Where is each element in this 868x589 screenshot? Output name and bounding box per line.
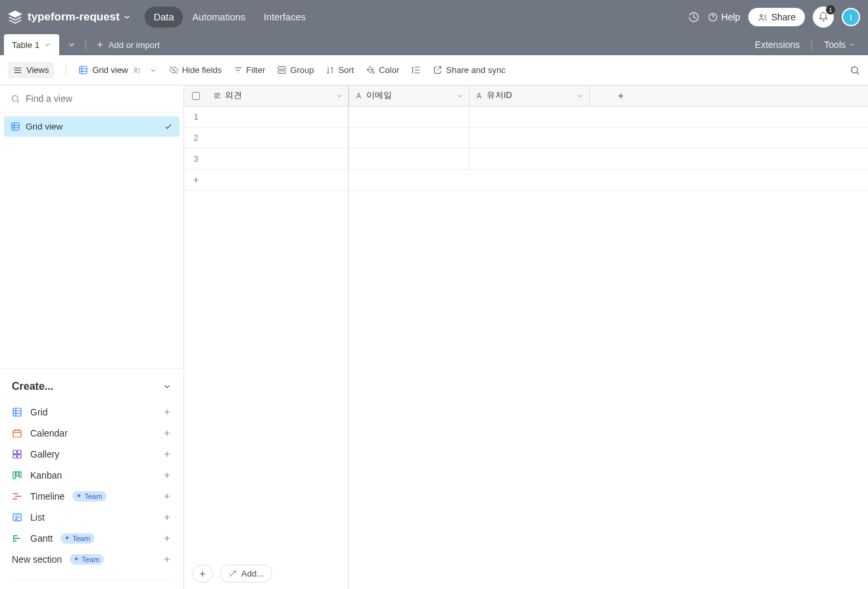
create-kanban[interactable]: Kanban — [12, 465, 172, 486]
long-text-icon — [213, 91, 222, 100]
cell[interactable] — [208, 128, 349, 148]
svg-rect-5 — [278, 71, 285, 74]
check-icon — [164, 122, 173, 131]
plus-icon[interactable] — [162, 408, 172, 417]
divider — [85, 39, 86, 50]
chevron-down-icon[interactable] — [149, 66, 157, 74]
create-calendar-label: Calendar — [30, 428, 68, 438]
views-label: Views — [26, 65, 49, 75]
menu-icon — [13, 66, 22, 75]
table-tab[interactable]: Table 1 — [4, 34, 59, 55]
create-new-section[interactable]: New section Team — [12, 549, 172, 570]
table-row[interactable]: 1 — [184, 106, 868, 128]
add-or-import-button[interactable]: Add or import — [95, 40, 160, 50]
nav-automations[interactable]: Automations — [183, 7, 254, 28]
plus-icon[interactable] — [162, 471, 172, 480]
cell[interactable] — [469, 149, 589, 169]
extensions-button[interactable]: Extensions — [755, 39, 800, 50]
svg-rect-12 — [18, 450, 21, 454]
sparkle-icon — [64, 535, 70, 542]
cell[interactable] — [469, 106, 589, 127]
cell[interactable] — [208, 106, 349, 127]
project-title[interactable]: typeform-request — [28, 11, 120, 24]
current-view-button[interactable]: Grid view — [78, 65, 157, 75]
svg-point-1 — [760, 14, 762, 17]
chevron-down-icon[interactable] — [335, 92, 343, 100]
create-gallery[interactable]: Gallery — [12, 444, 172, 465]
plus-icon[interactable] — [162, 513, 172, 522]
create-gantt[interactable]: Gantt Team — [12, 528, 172, 549]
tools-button[interactable]: Tools — [824, 39, 856, 50]
column-label: 이메일 — [366, 90, 392, 101]
select-all-checkbox[interactable] — [184, 85, 208, 106]
gallery-icon — [12, 449, 22, 459]
hide-fields-button[interactable]: Hide fields — [169, 65, 222, 75]
sidebar-view-grid[interactable]: Grid view — [4, 116, 180, 137]
share-button[interactable]: Share — [748, 8, 805, 26]
eye-off-icon — [169, 65, 179, 75]
find-view-input[interactable] — [26, 93, 173, 104]
cell[interactable] — [349, 106, 469, 127]
brand-logo-icon — [8, 10, 22, 24]
project-chevron-icon[interactable] — [122, 12, 132, 22]
svg-point-6 — [852, 66, 857, 72]
cell[interactable] — [349, 149, 469, 169]
create-calendar[interactable]: Calendar — [12, 423, 172, 444]
column-header-email[interactable]: 이메일 — [349, 85, 469, 106]
column-header-userid[interactable]: 유저ID — [469, 85, 589, 106]
chevron-down-icon[interactable] — [576, 92, 584, 100]
add-menu-button[interactable]: Add... — [220, 565, 272, 582]
text-icon — [354, 91, 363, 100]
help-label: Help — [721, 12, 740, 22]
row-number: 3 — [184, 149, 208, 169]
table-row[interactable]: 2 — [184, 128, 868, 149]
people-small-icon — [132, 66, 141, 75]
create-list[interactable]: List — [12, 507, 172, 528]
help-button[interactable]: Help — [708, 12, 740, 22]
search-button[interactable] — [850, 65, 860, 76]
table-row[interactable]: 3 — [184, 149, 868, 170]
cell[interactable] — [469, 128, 589, 148]
add-column-button[interactable] — [589, 85, 652, 106]
nav-data[interactable]: Data — [145, 7, 183, 28]
group-icon — [277, 65, 287, 75]
find-view-search[interactable] — [0, 85, 183, 112]
plus-icon — [198, 569, 207, 578]
sidebar-view-label: Grid view — [26, 122, 62, 131]
add-import-label: Add or import — [108, 40, 160, 50]
plus-icon[interactable] — [162, 492, 172, 501]
create-timeline[interactable]: Timeline Team — [12, 486, 172, 507]
row-height-button[interactable] — [411, 65, 421, 75]
history-button[interactable] — [688, 11, 700, 23]
chevron-down-icon[interactable] — [67, 40, 76, 49]
share-sync-button[interactable]: Share and sync — [433, 65, 505, 75]
svg-rect-9 — [13, 408, 21, 416]
cell[interactable] — [208, 149, 349, 169]
plus-icon[interactable] — [162, 534, 172, 543]
create-gallery-label: Gallery — [30, 449, 59, 459]
plus-icon[interactable] — [162, 555, 172, 564]
row-height-icon — [411, 65, 421, 75]
notifications-button[interactable]: 1 — [813, 7, 834, 28]
user-avatar[interactable]: I — [842, 8, 860, 26]
plus-icon — [191, 176, 201, 185]
add-menu-label: Add... — [241, 569, 264, 578]
chevron-down-icon[interactable] — [456, 92, 464, 100]
color-button[interactable]: Color — [366, 65, 399, 75]
create-gantt-label: Gantt — [30, 533, 53, 544]
create-section-header[interactable]: Create... — [12, 375, 172, 402]
plus-icon[interactable] — [162, 450, 172, 459]
column-header-opinion[interactable]: 의견 — [208, 85, 349, 106]
external-icon — [433, 65, 443, 75]
add-record-button[interactable] — [192, 565, 213, 582]
cell[interactable] — [349, 128, 469, 148]
tools-label: Tools — [824, 39, 846, 50]
sort-button[interactable]: Sort — [326, 65, 354, 75]
group-button[interactable]: Group — [277, 65, 314, 75]
plus-icon[interactable] — [162, 429, 172, 438]
add-row-button[interactable] — [184, 170, 868, 191]
create-grid[interactable]: Grid — [12, 402, 172, 423]
views-toggle-button[interactable]: Views — [8, 62, 54, 78]
filter-button[interactable]: Filter — [233, 65, 265, 75]
nav-interfaces[interactable]: Interfaces — [254, 7, 315, 28]
